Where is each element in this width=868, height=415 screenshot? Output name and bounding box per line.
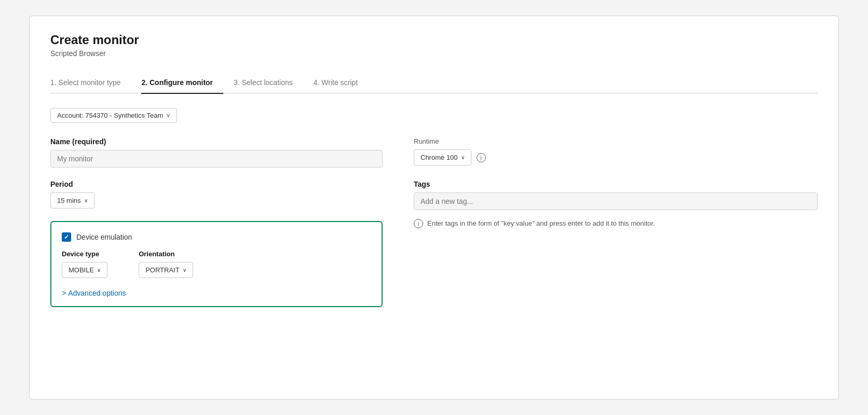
period-chevron-icon: ∨ [84,198,88,203]
advanced-options-chevron-icon: > [62,289,66,297]
tags-field-group: Tags i Enter tags in the form of "key:va… [414,180,818,229]
chevron-down-icon: ∨ [166,112,170,119]
runtime-row: Chrome 100 ∨ i [414,149,818,165]
runtime-dropdown[interactable]: Chrome 100 ∨ [414,149,471,165]
runtime-field-group: Runtime Chrome 100 ∨ i [414,137,818,165]
device-type-orientation-row: Device type MOBILE ∨ Orientation PORTRAI… [62,250,371,278]
account-dropdown[interactable]: Account: 754370 - Synthetics Team ∨ [50,108,177,123]
period-field-group: Period 15 mins ∨ [50,180,383,209]
form-columns: Name (required) Period 15 mins ∨ Device … [50,137,818,307]
form-right: Runtime Chrome 100 ∨ i Tags i [414,137,818,307]
tags-hint: i Enter tags in the form of "key:value" … [414,218,818,229]
tabs-bar: 1. Select monitor type 2. Configure moni… [50,72,818,93]
tab-select-locations[interactable]: 3. Select locations [234,73,303,94]
tab-write-script[interactable]: 4. Write script [314,73,368,94]
period-dropdown[interactable]: 15 mins ∨ [50,192,94,209]
device-emulation-checkbox[interactable] [62,232,71,242]
tags-info-icon: i [414,219,423,228]
device-type-chevron-icon: ∨ [97,267,101,273]
runtime-value: Chrome 100 [421,154,458,161]
runtime-info-icon[interactable]: i [477,153,486,162]
tags-hint-text: Enter tags in the form of "key:value" an… [427,218,655,229]
advanced-options-link[interactable]: > Advanced options [62,289,126,297]
runtime-label: Runtime [414,137,818,145]
device-emulation-label: Device emulation [76,233,132,241]
page-title: Create monitor [50,33,818,47]
device-type-label: Device type [62,250,107,258]
device-emulation-checkbox-row: Device emulation [62,232,371,242]
advanced-options-label: Advanced options [68,289,126,297]
form-left: Name (required) Period 15 mins ∨ Device … [50,137,383,307]
period-field-label: Period [50,180,383,188]
orientation-label: Orientation [139,250,193,258]
name-input[interactable] [50,150,383,168]
page-container: Create monitor Scripted Browser 1. Selec… [29,16,839,399]
name-field-group: Name (required) [50,137,383,168]
orientation-dropdown[interactable]: PORTRAIT ∨ [139,262,193,278]
device-type-value: MOBILE [69,266,94,274]
orientation-value: PORTRAIT [145,266,180,274]
device-emulation-box: Device emulation Device type MOBILE ∨ Or… [50,221,383,307]
orientation-chevron-icon: ∨ [183,267,186,273]
tags-label: Tags [414,180,818,188]
tab-select-type[interactable]: 1. Select monitor type [50,73,131,94]
name-field-label: Name (required) [50,137,383,146]
tab-configure-monitor[interactable]: 2. Configure monitor [141,73,223,94]
orientation-field: Orientation PORTRAIT ∨ [139,250,193,278]
tags-input[interactable] [414,192,818,210]
page-subtitle: Scripted Browser [50,49,818,58]
device-type-field: Device type MOBILE ∨ [62,250,107,278]
runtime-chevron-icon: ∨ [461,155,465,160]
account-dropdown-label: Account: 754370 - Synthetics Team [57,112,163,119]
period-value: 15 mins [57,197,81,204]
device-type-dropdown[interactable]: MOBILE ∨ [62,262,107,278]
